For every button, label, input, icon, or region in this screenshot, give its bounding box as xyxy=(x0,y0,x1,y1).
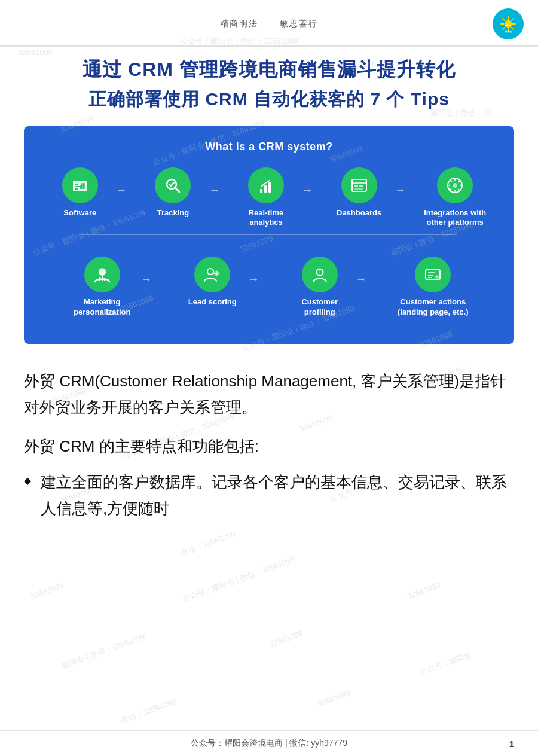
crm-item-lead: Lead scoring xyxy=(176,257,248,307)
diagram-row-2: Marketing personalization Lead scoring xyxy=(33,257,505,318)
integrations-label: Integrations with other platforms xyxy=(424,208,486,228)
crm-diagram: What is a CRM system? Software xyxy=(24,126,514,345)
header-slogan2: 敏思善行 xyxy=(280,19,318,28)
svg-point-46 xyxy=(435,275,439,279)
bullet-item-1: 建立全面的客户数据库。记录各个客户的基本信息、交易记录、联系人信息等,方便随时 xyxy=(24,469,514,522)
actions-label: Customer actions (landing page, etc.) xyxy=(398,297,468,318)
lead-icon xyxy=(194,257,230,292)
header-text: 精商明法 敏思善行 xyxy=(45,19,493,29)
profiling-label: Customer profiling xyxy=(301,297,338,318)
crm-item-integrations: Integrations with other platforms xyxy=(416,167,494,228)
crm-item-profiling: Customer profiling xyxy=(284,257,356,318)
svg-point-30 xyxy=(453,183,457,188)
header: 精商明法 敏思善行 耀阳会 xyxy=(0,0,538,47)
svg-rect-28 xyxy=(354,188,363,190)
marketing-icon xyxy=(84,257,120,292)
svg-rect-17 xyxy=(81,184,82,189)
body-section: 外贸 CRM(Customer Relationship Management,… xyxy=(0,353,538,522)
diagram-title: What is a CRM system? xyxy=(33,141,505,153)
footer: 公众号：耀阳会跨境电商 | 微信: yyh97779 1 xyxy=(0,730,538,756)
profiling-icon xyxy=(302,257,338,292)
svg-rect-21 xyxy=(260,189,262,193)
actions-icon xyxy=(415,257,451,292)
crm-item-actions: Customer actions (landing page, etc.) xyxy=(391,257,475,318)
svg-rect-23 xyxy=(268,182,271,193)
page-number: 1 xyxy=(509,739,514,749)
software-icon xyxy=(62,167,98,203)
footer-text: 公众号：耀阳会跨境电商 | 微信: yyh97779 xyxy=(191,738,347,749)
sub-title: 正确部署使用 CRM 自动化获客的 7 个 Tips xyxy=(24,87,514,111)
software-label: Software xyxy=(63,208,96,218)
svg-point-36 xyxy=(207,269,213,275)
crm-item-marketing: Marketing personalization xyxy=(63,257,141,318)
realtime-label: Real-time analytics xyxy=(249,208,284,228)
svg-rect-22 xyxy=(264,185,267,193)
dashboards-icon xyxy=(341,167,377,203)
svg-text:耀阳会: 耀阳会 xyxy=(504,30,512,33)
main-title: 通过 CRM 管理跨境电商销售漏斗提升转化 xyxy=(24,57,514,83)
svg-rect-26 xyxy=(354,185,358,187)
integrations-icon xyxy=(437,167,473,203)
crm-item-realtime: Real-time analytics xyxy=(230,167,302,228)
marketing-label: Marketing personalization xyxy=(74,297,130,318)
svg-rect-16 xyxy=(80,185,81,189)
svg-rect-18 xyxy=(83,183,84,189)
logo: 耀阳会 xyxy=(493,8,524,39)
svg-rect-27 xyxy=(359,185,363,187)
dashboards-label: Dashboards xyxy=(337,208,381,218)
svg-line-20 xyxy=(175,188,179,192)
crm-item-dashboards: Dashboards xyxy=(323,167,395,218)
tracking-icon xyxy=(155,167,191,203)
body-paragraph-2: 外贸 CRM 的主要特点和功能包括: xyxy=(24,433,514,459)
diagram-row-1: Software Tracking xyxy=(33,167,505,228)
realtime-icon xyxy=(248,167,284,203)
header-slogan1: 精商明法 xyxy=(220,19,258,28)
body-paragraph-1: 外贸 CRM(Customer Relationship Management,… xyxy=(24,368,514,420)
crm-item-software: Software xyxy=(44,167,116,218)
lead-label: Lead scoring xyxy=(188,297,237,307)
svg-point-1 xyxy=(505,20,512,28)
tracking-label: Tracking xyxy=(157,208,189,218)
logo-icon: 耀阳会 xyxy=(499,14,518,33)
crm-item-tracking: Tracking xyxy=(137,167,209,218)
title-section: 通过 CRM 管理跨境电商销售漏斗提升转化 正确部署使用 CRM 自动化获客的 … xyxy=(0,47,538,117)
